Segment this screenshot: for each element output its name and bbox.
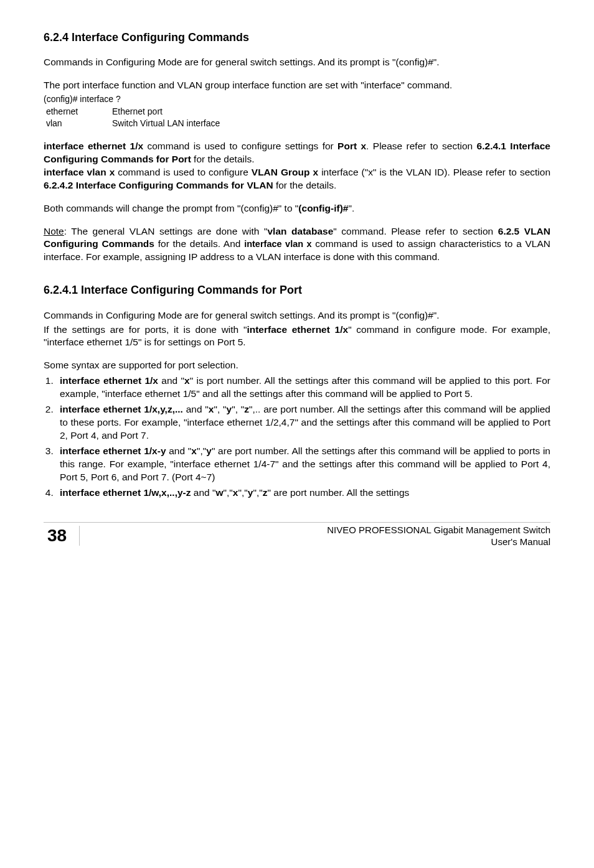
code-line: vlanSwitch Virtual LAN interface [44, 118, 550, 130]
code-right: Switch Virtual LAN interface [112, 118, 220, 128]
body-paragraph: Both commands will change the prompt fro… [44, 202, 550, 215]
text-run: ". [348, 203, 354, 213]
body-paragraph: If the settings are for ports, it is don… [44, 324, 550, 350]
port-label: Port x [337, 141, 366, 151]
code-block: (config)# interface ? ethernetEthernet p… [44, 93, 550, 130]
var: x [191, 446, 197, 456]
body-paragraph: The port interface function and VLAN gro… [44, 79, 550, 92]
command-name: interface ethernet 1/w,x,..,y-z [60, 487, 191, 498]
text-run: " are port number. All the settings [267, 487, 409, 498]
text-run: Both commands will change the prompt fro… [44, 203, 298, 213]
footer-subtitle: User's Manual [491, 536, 550, 547]
text-run: and " [183, 404, 209, 414]
command-name: interface ethernet 1/x-y [60, 446, 166, 456]
var: w [215, 487, 223, 498]
command-name: vlan database [267, 226, 333, 236]
text-run: and " [191, 487, 215, 498]
command-name: interface ethernet 1/x [60, 375, 158, 386]
text-run: "," [238, 487, 247, 498]
command-name: interface ethernet 1/x [44, 141, 143, 151]
text-run: for the details. [191, 154, 255, 164]
note-label: Note [44, 226, 64, 236]
body-paragraph: interface ethernet 1/x command is used t… [44, 140, 550, 192]
vlan-label: VLAN Group x [252, 167, 318, 177]
body-paragraph: Commands in Configuring Mode are for gen… [44, 309, 550, 322]
text-run: and " [158, 375, 184, 386]
body-paragraph: Commands in Configuring Mode are for gen… [44, 56, 550, 69]
command-name: interface ethernet 1/x,y,z,... [60, 404, 183, 414]
text-run: command is used to configure settings fo… [143, 141, 337, 151]
page-number: 38 [44, 526, 80, 546]
var: y [206, 446, 212, 456]
code-left: ethernet [44, 106, 112, 118]
var: z [244, 404, 249, 414]
prompt-text: (config-if)# [298, 203, 348, 213]
code-left: vlan [44, 118, 112, 130]
text-run: "," [197, 446, 206, 456]
text-run: . Please refer to section [366, 141, 476, 151]
footer-title: NIVEO PROFESSIONAL Gigabit Management Sw… [327, 525, 550, 535]
text-run: "," [224, 487, 233, 498]
text-run: If the settings are for ports, it is don… [44, 324, 247, 335]
section-heading-6241: 6.2.4.1 Interface Configuring Commands f… [44, 282, 550, 297]
var: x [184, 375, 190, 386]
text-run: "," [253, 487, 262, 498]
text-run: interface ("x" is the VLAN ID). Please r… [318, 167, 550, 177]
footer-text: NIVEO PROFESSIONAL Gigabit Management Sw… [80, 524, 550, 548]
command-name: interface ethernet 1/x [247, 324, 348, 335]
section-heading-624: 6.2.4 Interface Configuring Commands [44, 30, 550, 45]
text-run: command is used to configure [115, 167, 252, 177]
list-item: interface ethernet 1/x,y,z,... and "x", … [56, 403, 550, 442]
body-paragraph: Some syntax are supported for port selec… [44, 359, 550, 372]
code-line: ethernetEthernet port [44, 106, 550, 118]
list-item: interface ethernet 1/x and "x" is port n… [56, 375, 550, 401]
text-run: ", " [214, 404, 226, 414]
text-run: for the details. And [154, 238, 244, 249]
note-paragraph: Note: The general VLAN settings are done… [44, 225, 550, 264]
section-ref: 6.2.4.2 Interface Configuring Commands f… [44, 180, 273, 190]
text-run: and " [166, 446, 192, 456]
command-name: interface vlan x [44, 167, 115, 177]
text-run: ", " [232, 404, 244, 414]
code-line: (config)# interface ? [44, 93, 550, 106]
var: y [227, 404, 232, 414]
syntax-list: interface ethernet 1/x and "x" is port n… [44, 375, 550, 499]
page-footer: 38 NIVEO PROFESSIONAL Gigabit Management… [44, 522, 550, 548]
text-run: " command. Please refer to section [333, 226, 498, 236]
list-item: interface ethernet 1/w,x,..,y-z and "w",… [56, 487, 550, 500]
text-run: for the details. [273, 180, 337, 190]
list-item: interface ethernet 1/x-y and "x","y" are… [56, 445, 550, 484]
text-run: : The general VLAN settings are done wit… [64, 226, 268, 236]
command-name: interface vlan x [244, 239, 311, 249]
code-right: Ethernet port [112, 106, 163, 116]
